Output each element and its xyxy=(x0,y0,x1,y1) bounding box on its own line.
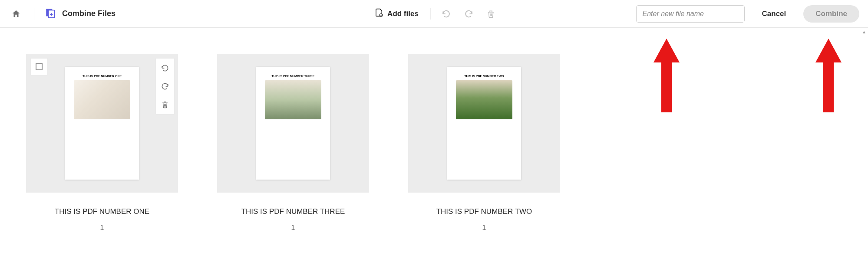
toolbar-right: Cancel Combine xyxy=(636,5,859,23)
combine-files-icon xyxy=(45,7,56,20)
file-name-label: THIS IS PDF NUMBER ONE xyxy=(55,207,149,216)
checkbox-icon xyxy=(36,63,43,70)
undo-button[interactable] xyxy=(439,7,454,21)
delete-button[interactable] xyxy=(484,7,498,21)
redo-icon xyxy=(464,9,474,19)
file-name-label: THIS IS PDF NUMBER THREE xyxy=(241,207,345,216)
delete-file-button[interactable] xyxy=(158,98,172,111)
add-files-label: Add files xyxy=(387,10,419,18)
file-card[interactable]: THIS IS PDF NUMBER ONE THIS IS PDF NUMBE… xyxy=(26,54,178,232)
file-thumbnail: THIS IS PDF NUMBER THREE xyxy=(217,54,369,193)
page-count-label: 1 xyxy=(482,224,486,232)
page-preview: THIS IS PDF NUMBER ONE xyxy=(65,67,139,180)
annotation-arrow xyxy=(653,39,680,112)
add-file-icon xyxy=(374,8,383,20)
preview-caption: THIS IS PDF NUMBER TWO xyxy=(464,75,504,78)
home-icon xyxy=(11,9,21,19)
rotate-ccw-icon xyxy=(161,64,169,72)
redo-button[interactable] xyxy=(462,7,476,21)
home-button[interactable] xyxy=(9,7,23,21)
rotate-ccw-button[interactable] xyxy=(158,61,172,75)
page-preview: THIS IS PDF NUMBER TWO xyxy=(447,67,521,180)
trash-icon xyxy=(487,9,495,19)
separator xyxy=(431,8,431,20)
toolbar: Combine Files Add files Cancel Combine xyxy=(0,0,868,28)
page-preview: THIS IS PDF NUMBER THREE xyxy=(256,67,330,180)
scroll-up-icon: ▲ xyxy=(862,29,866,34)
file-card[interactable]: THIS IS PDF NUMBER THREE THIS IS PDF NUM… xyxy=(217,54,369,232)
preview-image xyxy=(74,80,130,119)
preview-caption: THIS IS PDF NUMBER THREE xyxy=(272,75,315,78)
page-title: Combine Files xyxy=(62,9,116,18)
file-thumbnail: THIS IS PDF NUMBER TWO xyxy=(408,54,560,193)
preview-image xyxy=(456,80,512,119)
cancel-button[interactable]: Cancel xyxy=(757,6,792,22)
page-title-wrap: Combine Files xyxy=(45,7,116,20)
preview-caption: THIS IS PDF NUMBER ONE xyxy=(83,75,122,78)
preview-image xyxy=(265,80,321,119)
toolbar-left: Combine Files xyxy=(9,7,116,21)
trash-icon xyxy=(161,100,169,109)
file-card[interactable]: THIS IS PDF NUMBER TWO THIS IS PDF NUMBE… xyxy=(408,54,560,232)
file-thumbnail: THIS IS PDF NUMBER ONE xyxy=(26,54,178,193)
add-files-button[interactable]: Add files xyxy=(370,5,423,22)
page-count-label: 1 xyxy=(100,224,104,232)
combine-button[interactable]: Combine xyxy=(803,5,859,23)
file-hover-tools xyxy=(155,58,175,115)
annotation-arrow xyxy=(815,39,842,112)
page-count-label: 1 xyxy=(291,224,295,232)
undo-icon xyxy=(442,9,451,19)
file-name-label: THIS IS PDF NUMBER TWO xyxy=(436,207,532,216)
toolbar-center: Add files xyxy=(370,5,498,22)
rotate-cw-icon xyxy=(161,82,169,91)
thumbnails-row: THIS IS PDF NUMBER ONE THIS IS PDF NUMBE… xyxy=(26,54,842,232)
filename-input[interactable] xyxy=(636,5,745,23)
rotate-cw-button[interactable] xyxy=(158,79,172,93)
separator xyxy=(34,8,34,20)
select-checkbox[interactable] xyxy=(30,58,48,75)
workspace: ▲ THIS xyxy=(0,28,868,272)
